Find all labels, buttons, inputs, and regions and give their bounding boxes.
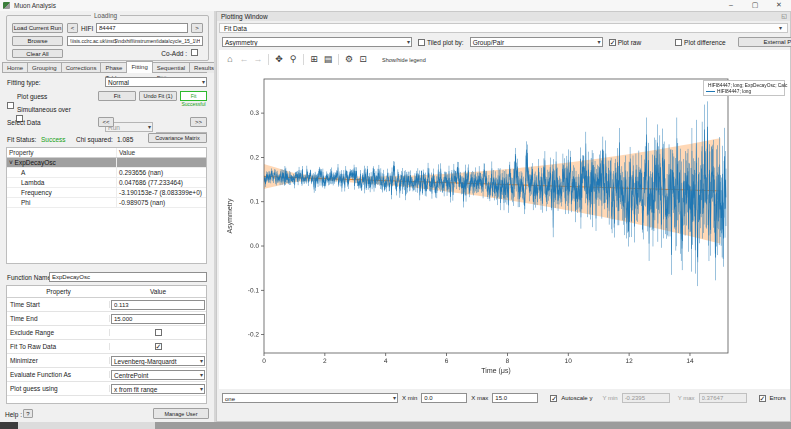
time-end-label: Time End xyxy=(7,315,110,322)
plot-legend[interactable]: HIFI84447; long; ExpDecayOsc; Calc HIFI8… xyxy=(703,80,785,96)
fit-data-label: Fit Data xyxy=(224,25,247,32)
run-number-input[interactable] xyxy=(96,23,188,33)
show-hide-legend-button[interactable]: Show/hide legend xyxy=(379,56,429,64)
plot-difference-checkbox[interactable] xyxy=(675,39,682,46)
param-name: Phi xyxy=(7,198,117,207)
param-value: -3.190153e-7 (8.083399e+0) xyxy=(117,188,204,197)
fit-button[interactable]: Fit xyxy=(98,91,136,101)
co-add-label: Co-Add : xyxy=(149,50,187,57)
param-row[interactable]: Frequency-3.190153e-7 (8.083399e+0) xyxy=(7,188,206,198)
fitting-type-dropdown[interactable]: Normal xyxy=(105,77,207,87)
plot-raw-checkbox[interactable] xyxy=(609,39,616,46)
zoom-icon[interactable]: ⚲ xyxy=(287,53,299,66)
subplots-icon[interactable]: ⊞ xyxy=(308,53,320,66)
plot-figure: ⌂←→✥⚲⊞▤⚙⊡Show/hide legend HIFI84447; lon… xyxy=(219,50,790,389)
settings-icon[interactable]: ⚙ xyxy=(343,53,355,66)
tiled-by-value: Group/Pair xyxy=(473,39,504,46)
bottom-strip-segment xyxy=(155,422,791,429)
plot-difference-control: Plot difference xyxy=(675,39,725,46)
back-icon[interactable]: ← xyxy=(238,53,250,66)
legend-entry: HIFI84447; long; ExpDecayOsc; Calc xyxy=(706,82,782,88)
plot-canvas[interactable] xyxy=(219,69,790,387)
minimizer-dropdown[interactable]: Levenberg-Marquardt xyxy=(111,356,205,366)
x-min-input[interactable] xyxy=(421,393,467,403)
workspace-selection-dropdown[interactable]: one xyxy=(222,393,398,403)
x-max-input[interactable] xyxy=(492,393,538,403)
browse-button[interactable]: Browse xyxy=(12,36,63,46)
loading-legend: Loading xyxy=(91,12,120,19)
select-data-label: Select Data xyxy=(7,119,41,126)
covariance-matrix-button[interactable]: Covariance Matrix xyxy=(148,133,207,143)
param-value: 0.293656 (nan) xyxy=(117,168,165,177)
fit-to-raw-label: Fit To Raw Data xyxy=(7,343,110,350)
param-name: Lambda xyxy=(7,178,117,187)
next-run-button[interactable]: > xyxy=(191,23,203,33)
chevron-down-icon[interactable]: ▾ xyxy=(775,24,786,31)
x-max-label: X max xyxy=(471,395,488,401)
plot-guess-using-dropdown[interactable]: x from fit range xyxy=(111,384,205,394)
parameter-table-header: Property Value xyxy=(7,148,206,158)
file-path-input[interactable] xyxy=(67,36,203,46)
fit-data-selector[interactable]: Fit Data ▾ xyxy=(219,23,788,33)
undo-fit-button[interactable]: Undo Fit (1) xyxy=(139,91,177,101)
fit-settings-table: Property Value Time Start Time End Exclu… xyxy=(6,285,207,404)
fitting-type-value: Normal xyxy=(108,79,129,86)
help-button[interactable]: ? xyxy=(23,409,33,418)
loading-groupbox: Loading Load Current Run < HIFI > Browse… xyxy=(6,15,209,61)
co-add-checkbox[interactable] xyxy=(191,49,198,56)
autoscale-y-checkbox[interactable] xyxy=(550,395,557,402)
plot-guess-checkbox[interactable] xyxy=(7,102,14,109)
close-button[interactable]: ✕ xyxy=(771,1,787,9)
prev-run-button[interactable]: < xyxy=(67,23,78,33)
exclude-range-checkbox[interactable] xyxy=(155,329,162,336)
legend-fit-label: HIFI84447; long; ExpDecayOsc; Calc xyxy=(708,83,787,88)
param-row[interactable]: Lambda0.047686 (77.233464) xyxy=(7,178,206,188)
plot-type-dropdown[interactable]: Asymmetry xyxy=(222,37,412,47)
chi-squared-value: 1.085 xyxy=(117,136,133,143)
dataset-prev-button[interactable]: << xyxy=(98,117,114,127)
maximize-button[interactable]: ▢ xyxy=(747,1,763,9)
external-plot-button[interactable]: External Plot xyxy=(738,37,791,47)
axes-options-icon[interactable]: ▤ xyxy=(322,53,334,66)
evaluate-dropdown[interactable]: CentrePoint xyxy=(111,370,205,380)
y-max-label: Y max xyxy=(678,395,695,401)
evaluate-row: Evaluate Function As CentrePoint xyxy=(7,368,206,382)
plot-guess-using-label: Plot guess using xyxy=(7,385,110,392)
home-icon[interactable]: ⌂ xyxy=(224,53,236,66)
minimize-button[interactable]: – xyxy=(723,1,739,8)
param-row[interactable]: Phi-0.989075 (nan) xyxy=(7,198,206,208)
tab-underline xyxy=(2,72,207,73)
simultaneous-label: Simultaneous over xyxy=(17,106,71,113)
settings-header-property: Property xyxy=(7,288,110,295)
tiled-by-dropdown[interactable]: Group/Pair xyxy=(470,37,603,47)
tiled-plot-control: Tiled plot by: xyxy=(418,39,464,46)
workspace-selection-value: one xyxy=(225,396,235,402)
param-row[interactable]: A0.293656 (nan) xyxy=(7,168,206,178)
muon-analysis-panel: Loading Load Current Run < HIFI > Browse… xyxy=(0,11,214,422)
y-min-label: Y min xyxy=(602,395,617,401)
plot-raw-label: Plot raw xyxy=(618,39,641,46)
tiled-plot-checkbox[interactable] xyxy=(418,39,425,46)
save-icon[interactable]: ⊡ xyxy=(357,53,369,66)
param-header-value: Value xyxy=(117,148,137,157)
load-current-run-button[interactable]: Load Current Run xyxy=(12,23,63,33)
manage-user-directories-button[interactable]: Manage User Directories xyxy=(153,408,209,419)
tab-fitting[interactable]: Fitting xyxy=(126,61,152,73)
tiled-plot-label: Tiled plot by: xyxy=(427,39,464,46)
param-value: -0.989075 (nan) xyxy=(117,198,167,207)
clear-all-button[interactable]: Clear All xyxy=(12,49,63,58)
float-panel-icon[interactable]: ◱ xyxy=(781,12,787,19)
errors-checkbox[interactable] xyxy=(759,395,766,402)
chi-squared-label: Chi squared: xyxy=(76,136,113,143)
forward-icon[interactable]: → xyxy=(252,53,264,66)
collapse-icon[interactable]: ˅ xyxy=(9,159,13,166)
function-name-field[interactable]: ExpDecayOsc xyxy=(49,272,207,282)
fit-to-raw-checkbox[interactable] xyxy=(155,343,162,350)
function-group-row[interactable]: ˅ ExpDecayOsc xyxy=(7,158,206,168)
legend-raw-label: HIFI84447; long xyxy=(717,89,751,94)
time-start-input[interactable] xyxy=(111,300,205,310)
pan-icon[interactable]: ✥ xyxy=(273,53,285,66)
time-end-input[interactable] xyxy=(111,314,205,324)
dataset-next-button[interactable]: >> xyxy=(190,117,207,127)
param-header-property: Property xyxy=(7,148,117,157)
